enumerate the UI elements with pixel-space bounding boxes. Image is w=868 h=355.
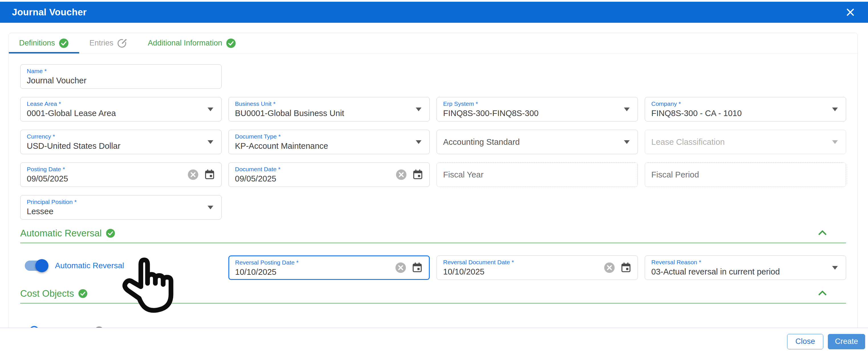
field-label: Business Unit * xyxy=(235,100,423,108)
calendar-icon[interactable] xyxy=(412,169,424,181)
toggle-thumb xyxy=(35,259,49,272)
clear-circle-icon[interactable] xyxy=(603,262,615,274)
field-label: Erp System * xyxy=(443,100,631,108)
field-value: Journal Voucher xyxy=(27,76,215,85)
field-value: 09/05/2025 xyxy=(27,174,215,183)
field-label: Document Type * xyxy=(235,133,423,140)
journal-voucher-form-card: Definitions Entries Additional Informati… xyxy=(8,33,858,328)
field-label: Document Date * xyxy=(235,166,423,173)
calendar-icon[interactable] xyxy=(411,262,423,274)
date-field-icons xyxy=(395,169,424,181)
field-placeholder: Fiscal Year xyxy=(443,170,484,179)
field-label: Currency * xyxy=(27,133,215,140)
tab-label: Definitions xyxy=(19,39,55,47)
caret-down-icon xyxy=(208,206,213,209)
check-circle-icon xyxy=(78,289,88,298)
clear-circle-icon[interactable] xyxy=(395,169,407,181)
document-date-field[interactable]: Document Date * 09/05/2025 xyxy=(228,163,430,187)
section-divider xyxy=(20,243,846,243)
field-value: USD-United States Dollar xyxy=(27,141,215,151)
field-value: Lessee xyxy=(27,207,215,216)
field-label: Reversal Document Date * xyxy=(443,258,631,266)
erp-system-select[interactable]: Erp System * FINQ8S-300-FINQ8S-300 xyxy=(437,97,638,121)
calendar-icon[interactable] xyxy=(620,262,632,274)
field-label: Name * xyxy=(27,67,215,75)
field-label: Principal Position * xyxy=(27,198,215,206)
lease-classification-select: Lease Classification xyxy=(645,130,846,154)
tab-additional-information[interactable]: Additional Information xyxy=(137,33,246,53)
date-field-icons xyxy=(603,262,632,274)
field-value: 09/05/2025 xyxy=(235,174,423,183)
tab-entries[interactable]: Entries xyxy=(79,33,137,53)
date-field-icons xyxy=(187,169,216,181)
spacer xyxy=(437,64,638,89)
tab-label: Additional Information xyxy=(148,39,222,47)
accounting-standard-select[interactable]: Accounting Standard xyxy=(437,130,638,154)
spacer xyxy=(228,195,430,220)
business-unit-select[interactable]: Business Unit * BU0001-Global Business U… xyxy=(228,97,430,121)
close-button[interactable]: Close xyxy=(787,334,823,349)
date-field-icons xyxy=(395,262,423,274)
reversal-document-date-field[interactable]: Reversal Document Date * 10/10/2025 xyxy=(437,255,638,280)
dialog-title: Journal Voucher xyxy=(12,7,87,17)
field-value: 0001-Global Lease Area xyxy=(27,109,215,118)
field-placeholder: Fiscal Period xyxy=(651,170,699,179)
x-icon xyxy=(845,7,856,17)
caret-down-icon xyxy=(208,108,213,111)
tab-definitions[interactable]: Definitions xyxy=(9,33,79,53)
reversal-posting-date-field[interactable]: Reversal Posting Date * 10/10/2025 xyxy=(228,255,430,280)
caret-down-icon xyxy=(832,108,838,111)
posting-date-field[interactable]: Posting Date * 09/05/2025 xyxy=(20,163,222,187)
caret-down-icon xyxy=(624,140,630,144)
dialog-footer: Close Create xyxy=(0,328,868,355)
name-field[interactable]: Name * Journal Voucher xyxy=(20,64,222,89)
currency-select[interactable]: Currency * USD-United States Dollar xyxy=(20,130,222,154)
close-icon[interactable] xyxy=(845,6,856,18)
tab-label: Entries xyxy=(89,39,113,47)
field-value: FINQ8S-300-FINQ8S-300 xyxy=(443,109,631,118)
field-label: Reversal Reason * xyxy=(651,258,839,266)
caret-down-icon xyxy=(416,140,422,144)
document-type-select[interactable]: Document Type * KP-Account Maintenance xyxy=(228,130,430,154)
pencil-circle-icon xyxy=(117,38,127,48)
create-button[interactable]: Create xyxy=(828,334,865,349)
spacer xyxy=(645,195,846,220)
chevron-up-icon[interactable] xyxy=(817,289,827,298)
fiscal-period-field: Fiscal Period xyxy=(645,163,846,187)
company-select[interactable]: Company * FINQ8S-300 - CA - 1010 xyxy=(645,97,846,121)
field-placeholder: Lease Classification xyxy=(651,137,725,147)
tab-bar: Definitions Entries Additional Informati… xyxy=(9,33,858,54)
check-circle-icon xyxy=(106,228,115,238)
field-value: 10/10/2025 xyxy=(443,267,631,277)
definitions-form: Name * Journal Voucher Lease Area * 0001… xyxy=(9,54,858,308)
cost-objects-section-header: Cost Objects xyxy=(20,288,846,308)
lease-area-select[interactable]: Lease Area * 0001-Global Lease Area xyxy=(20,97,222,121)
reversal-reason-select[interactable]: Reversal Reason * 03-Actual reversal in … xyxy=(645,255,846,280)
caret-down-icon xyxy=(832,266,838,270)
automatic-reversal-toggle-cell: Automatic Reversal xyxy=(20,257,222,274)
field-label: Posting Date * xyxy=(27,166,215,173)
caret-down-icon xyxy=(624,108,630,111)
field-label: Lease Area * xyxy=(27,100,215,108)
calendar-icon[interactable] xyxy=(204,169,216,181)
principal-position-select[interactable]: Principal Position * Lessee xyxy=(20,195,222,220)
caret-down-icon xyxy=(208,140,213,144)
clear-circle-icon[interactable] xyxy=(395,262,407,274)
field-value: 03-Actual reversal in current period xyxy=(651,267,839,277)
check-circle-icon xyxy=(59,38,69,48)
automatic-reversal-toggle[interactable] xyxy=(25,260,48,271)
field-label: Company * xyxy=(651,100,839,108)
fiscal-year-field: Fiscal Year xyxy=(437,163,638,187)
automatic-reversal-section-header: Automatic Reversal xyxy=(20,228,846,247)
clear-circle-icon[interactable] xyxy=(187,169,199,181)
toggle-label: Automatic Reversal xyxy=(55,261,124,270)
spacer xyxy=(228,64,430,89)
spacer xyxy=(437,195,638,220)
field-value: KP-Account Maintenance xyxy=(235,141,423,151)
caret-down-icon xyxy=(416,108,422,111)
section-title: Cost Objects xyxy=(20,288,74,299)
section-title: Automatic Reversal xyxy=(20,228,102,239)
field-placeholder: Accounting Standard xyxy=(443,137,520,147)
chevron-up-icon[interactable] xyxy=(817,229,827,238)
field-value: FINQ8S-300 - CA - 1010 xyxy=(651,109,839,118)
